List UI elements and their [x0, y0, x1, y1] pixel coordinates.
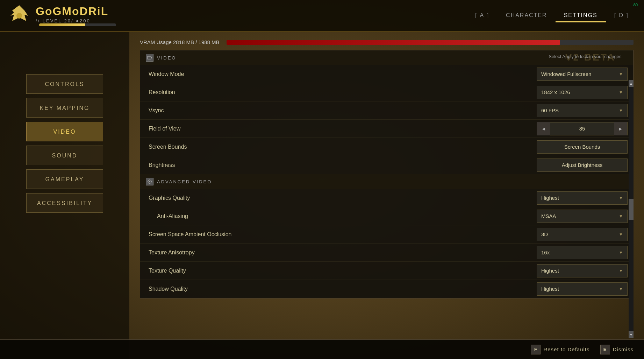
sidebar-item-gameplay[interactable]: GAMEPLAY [26, 169, 103, 189]
sidebar-accessibility-label: ACCESSIBILITY [37, 200, 92, 206]
nav-character[interactable]: CHARACTER [498, 9, 556, 22]
setting-row-resolution: Resolution 644 x 359 ▼ [140, 83, 633, 101]
bracket-left-a: [ [475, 13, 477, 18]
brightness-value: Adjust Brightness [562, 162, 603, 168]
fov-increase-button[interactable]: ► [614, 122, 627, 135]
bracket-right-d: ] [627, 13, 629, 18]
nav-settings-label: SETTINGS [564, 12, 598, 19]
shadow-quality-label: Shadow Quality [149, 286, 537, 292]
resolution-control[interactable]: 644 x 359 ▼ [537, 86, 628, 99]
texture-anisotropy-control[interactable]: 16x ▼ [537, 246, 628, 259]
reset-defaults-label: Reset to Defaults [543, 346, 589, 352]
ssao-label: Screen Space Ambient Occlusion [149, 231, 537, 238]
graphics-quality-value: Highest [541, 195, 559, 201]
anti-aliasing-control[interactable]: MSAA ▼ [537, 210, 628, 223]
setting-row-window-mode: Window Mode Windowed Fullscreen ▼ [140, 65, 633, 83]
footer: F Reset to Defaults E Dismiss [0, 339, 644, 359]
header-bar: GoGMoDRiL // LEVEL 20/ ●200 80 [ A ] CHA… [0, 0, 644, 32]
sidebar-controls-label: CONTROLS [45, 81, 85, 87]
shadow-quality-value: Highest [541, 286, 559, 292]
shadow-quality-control[interactable]: Highest ▼ [537, 282, 628, 296]
nav-character-label: CHARACTER [506, 12, 547, 19]
reset-key-icon: F [531, 345, 541, 354]
nav-key-a[interactable]: [ A ] [467, 9, 498, 22]
fov-label: Field of View [149, 126, 537, 132]
setting-row-screen-bounds: Screen Bounds Screen Bounds [140, 138, 633, 156]
setting-row-texture-anisotropy: Texture Anisotropy 16x ▼ [140, 244, 633, 262]
sidebar-item-keymapping[interactable]: KEY MAPPING [26, 98, 103, 118]
graphics-quality-arrow: ▼ [619, 196, 623, 200]
brightness-button[interactable]: Adjust Brightness [537, 159, 628, 172]
anti-aliasing-arrow: ▼ [619, 214, 623, 219]
logo-subtitle: // LEVEL 20/ ●200 [36, 18, 116, 23]
scroll-down-button[interactable]: ▼ [629, 331, 634, 338]
sidebar-item-video[interactable]: VIDEO [26, 122, 103, 141]
setting-row-ssao: Screen Space Ambient Occlusion 3D ▼ [140, 225, 633, 244]
reset-defaults-button[interactable]: F Reset to Defaults [531, 345, 589, 354]
svg-point-4 [149, 181, 150, 182]
window-mode-value: Windowed Fullscreen [541, 71, 591, 77]
logo-text: GoGMoDRiL // LEVEL 20/ ●200 [36, 6, 116, 26]
window-mode-control[interactable]: Windowed Fullscreen ▼ [537, 68, 628, 81]
setting-row-brightness: Brightness Adjust Brightness [140, 156, 633, 174]
vsync-value: 60 FPS [541, 107, 559, 113]
vram-bar-fill [227, 40, 560, 45]
fov-decrease-button[interactable]: ◄ [537, 122, 550, 135]
nav-key-d-label: D [619, 12, 624, 19]
svg-point-1 [16, 13, 22, 19]
sidebar-item-accessibility[interactable]: ACCESSIBILITY [26, 193, 103, 213]
dismiss-label: Dismiss [613, 346, 634, 352]
texture-quality-label: Texture Quality [149, 268, 537, 274]
scroll-up-button[interactable]: ▲ [629, 80, 634, 87]
dismiss-button[interactable]: E Dismiss [600, 345, 634, 354]
fov-control[interactable]: ◄ 85 ► [537, 122, 628, 135]
screen-bounds-button[interactable]: Screen Bounds [537, 140, 628, 154]
ssao-control[interactable]: 3D ▼ [537, 228, 628, 241]
logo-title: GoGMoDRiL [36, 6, 116, 17]
texture-quality-control[interactable]: Highest ▼ [537, 264, 628, 277]
nav-key-d[interactable]: [ D ] [606, 9, 637, 22]
setting-row-texture-quality: Texture Quality Highest ▼ [140, 262, 633, 280]
sidebar-item-controls[interactable]: CONTROLS [26, 74, 103, 94]
logo-section: GoGMoDRiL // LEVEL 20/ ●200 [0, 3, 123, 28]
xp-fill [39, 23, 85, 26]
settings-panel[interactable]: V2 BETA Select Apply to lock in your cha… [140, 50, 634, 298]
vram-section: VRAM Usage 2818 MB / 1988 MB [140, 39, 634, 45]
texture-quality-arrow: ▼ [619, 268, 623, 273]
video-section-icon [146, 54, 153, 62]
texture-anisotropy-value: 16x [541, 249, 550, 255]
sidebar-gameplay-label: GAMEPLAY [45, 176, 84, 182]
graphics-quality-control[interactable]: Highest ▼ [537, 191, 628, 205]
header-nav: 80 [ A ] CHARACTER SETTINGS [ D ] [467, 9, 644, 22]
xp-bar [39, 23, 116, 26]
sidebar: CONTROLS KEY MAPPING VIDEO SOUND GAMEPLA… [0, 32, 129, 359]
fov-value: 85 [550, 126, 614, 132]
setting-row-graphics-quality: Graphics Quality Highest ▼ [140, 189, 633, 207]
texture-quality-value: Highest [541, 268, 559, 274]
resolution-label: Resolution [149, 89, 537, 96]
texture-anisotropy-arrow: ▼ [619, 250, 623, 255]
section-video-title: VIDEO [157, 55, 176, 61]
bracket-left-d: [ [614, 13, 616, 18]
scrollbar-thumb[interactable] [629, 199, 634, 220]
vram-bar [227, 40, 634, 45]
nav-badge: 80 [634, 3, 638, 7]
resolution-arrow: ▼ [619, 90, 623, 95]
setting-row-fov: Field of View ◄ 85 ► [140, 120, 633, 138]
logo-icon [7, 3, 31, 28]
vram-label: VRAM Usage 2818 MB / 1988 MB [140, 39, 220, 45]
texture-anisotropy-label: Texture Anisotropy [149, 249, 537, 256]
scrollbar-track: ▲ ▼ [629, 80, 634, 338]
anti-aliasing-value: MSAA [541, 213, 556, 219]
ssao-arrow: ▼ [619, 232, 623, 237]
screen-bounds-value: Screen Bounds [564, 144, 600, 150]
setting-row-shadow-quality: Shadow Quality Highest ▼ [140, 280, 633, 298]
bracket-right-a: ] [487, 13, 489, 18]
nav-settings[interactable]: SETTINGS [556, 9, 606, 22]
shadow-quality-arrow: ▼ [619, 287, 623, 291]
vsync-control[interactable]: 60 FPS ▼ [537, 104, 628, 117]
sidebar-item-sound[interactable]: SOUND [26, 146, 103, 165]
section-advanced-video-title: ADVANCED VIDEO [157, 179, 212, 184]
ssao-value: 3D [541, 231, 548, 237]
dismiss-key-label: E [603, 347, 607, 352]
